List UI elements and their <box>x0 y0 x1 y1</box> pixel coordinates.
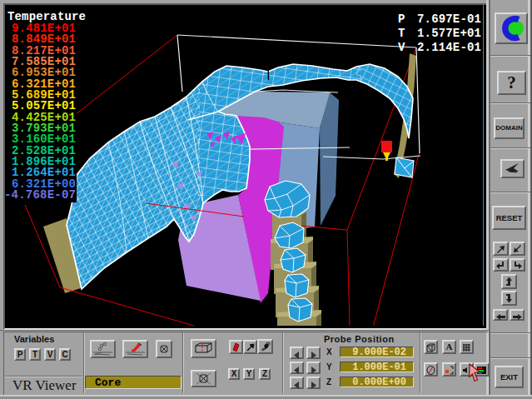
svg-text:-4.768E-07: -4.768E-07 <box>5 188 76 202</box>
svg-text:7.697E-01: 7.697E-01 <box>417 12 481 26</box>
svg-text:1.577E+01: 1.577E+01 <box>417 27 481 40</box>
svg-text:2.114E-01: 2.114E-01 <box>417 41 481 54</box>
svg-text:T: T <box>398 27 405 40</box>
svg-text:P: P <box>398 12 405 26</box>
svg-text:V: V <box>398 41 405 54</box>
